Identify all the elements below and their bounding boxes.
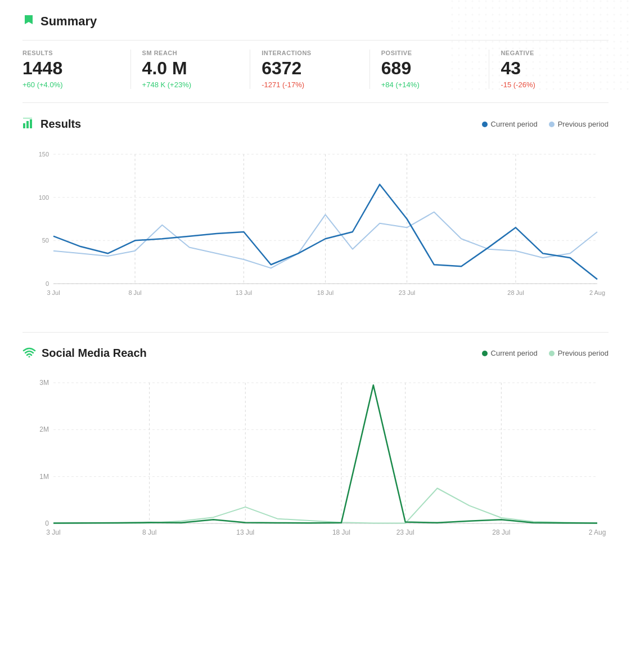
svg-point-27 [29, 356, 30, 358]
metric-change: -1271 (-17%) [262, 80, 358, 89]
svg-text:23 Jul: 23 Jul [396, 528, 414, 536]
svg-text:2 Aug: 2 Aug [589, 528, 606, 536]
sm-reach-chart-title: Social Media Reach [42, 347, 147, 360]
metric-label: INTERACTIONS [262, 50, 358, 56]
svg-text:8 Jul: 8 Jul [128, 289, 141, 296]
sm-reach-title-group: Social Media Reach [22, 346, 147, 360]
sm-reach-current-label: Current period [491, 349, 538, 357]
sm-reach-previous-label: Previous period [558, 349, 609, 357]
svg-text:18 Jul: 18 Jul [317, 289, 333, 296]
svg-text:13 Jul: 13 Jul [236, 289, 252, 296]
svg-text:0: 0 [45, 519, 49, 527]
svg-text:3M: 3M [39, 379, 49, 387]
metric-value: 6372 [262, 59, 358, 78]
svg-text:2 Aug: 2 Aug [589, 289, 605, 296]
results-current-label: Current period [491, 120, 538, 128]
svg-text:1M: 1M [39, 473, 49, 481]
svg-text:2M: 2M [39, 426, 49, 434]
sm-reach-chart-section: Social Media Reach Current period Previo… [0, 333, 631, 572]
metric-interactions: INTERACTIONS 6372 -1271 (-17%) [262, 50, 370, 89]
sm-reach-current-dot [482, 351, 488, 356]
metric-results: RESULTS 1448 +60 (+4.0%) [22, 50, 131, 89]
svg-rect-3 [26, 121, 29, 128]
metric-change: +748 K (+23%) [142, 80, 239, 89]
sm-reach-chart-legend: Current period Previous period [482, 349, 609, 357]
results-chart-legend: Current period Previous period [482, 120, 609, 128]
results-chart-title: Results [40, 118, 81, 131]
decorative-dots [451, 0, 631, 90]
results-chart-header: Results Current period Previous period [22, 117, 609, 132]
svg-text:150: 150 [39, 151, 49, 158]
sm-reach-previous-dot [549, 351, 555, 356]
summary-icon [22, 14, 35, 29]
svg-text:3 Jul: 3 Jul [47, 289, 60, 296]
sm-reach-chart-header: Social Media Reach Current period Previo… [22, 346, 609, 360]
sm-reach-chart-container: 01M2M3M3 Jul8 Jul13 Jul18 Jul23 Jul28 Ju… [22, 371, 609, 554]
sm-reach-legend-current: Current period [482, 349, 538, 357]
svg-rect-4 [30, 119, 32, 128]
svg-text:100: 100 [39, 194, 49, 201]
results-chart-container: 0501001503 Jul8 Jul13 Jul18 Jul23 Jul28 … [22, 143, 609, 314]
results-chart-section: Results Current period Previous period 0… [0, 103, 631, 332]
results-previous-dot [549, 122, 555, 127]
summary-title: Summary [40, 14, 97, 29]
summary-section: Summary RESULTS 1448 +60 (+4.0%) SM REAC… [0, 0, 631, 102]
svg-rect-1 [451, 0, 631, 90]
svg-text:28 Jul: 28 Jul [492, 528, 510, 536]
svg-rect-2 [23, 123, 25, 128]
results-title-group: Results [22, 117, 81, 132]
metric-value: 4.0 M [142, 59, 239, 78]
metric-sm-reach: SM REACH 4.0 M +748 K (+23%) [142, 50, 251, 89]
results-current-dot [482, 122, 488, 127]
results-legend-current: Current period [482, 120, 538, 128]
svg-text:0: 0 [46, 280, 49, 287]
svg-text:18 Jul: 18 Jul [332, 528, 350, 536]
metric-change: +60 (+4.0%) [22, 80, 119, 89]
sm-reach-chart-svg: 01M2M3M3 Jul8 Jul13 Jul18 Jul23 Jul28 Ju… [22, 371, 609, 552]
svg-text:8 Jul: 8 Jul [142, 528, 156, 536]
svg-text:28 Jul: 28 Jul [507, 289, 524, 296]
results-legend-previous: Previous period [549, 120, 609, 128]
svg-text:3 Jul: 3 Jul [46, 528, 60, 536]
metric-value: 1448 [22, 59, 119, 78]
sm-reach-chart-icon [22, 346, 36, 360]
metric-label: RESULTS [22, 50, 119, 56]
results-chart-icon [22, 117, 35, 132]
svg-text:13 Jul: 13 Jul [236, 528, 254, 536]
svg-text:23 Jul: 23 Jul [399, 289, 415, 296]
sm-reach-legend-previous: Previous period [549, 349, 609, 357]
svg-rect-5 [23, 118, 32, 119]
metric-label: SM REACH [142, 50, 239, 56]
results-chart-svg: 0501001503 Jul8 Jul13 Jul18 Jul23 Jul28 … [22, 143, 609, 312]
svg-text:50: 50 [42, 238, 49, 244]
results-previous-label: Previous period [558, 120, 609, 128]
